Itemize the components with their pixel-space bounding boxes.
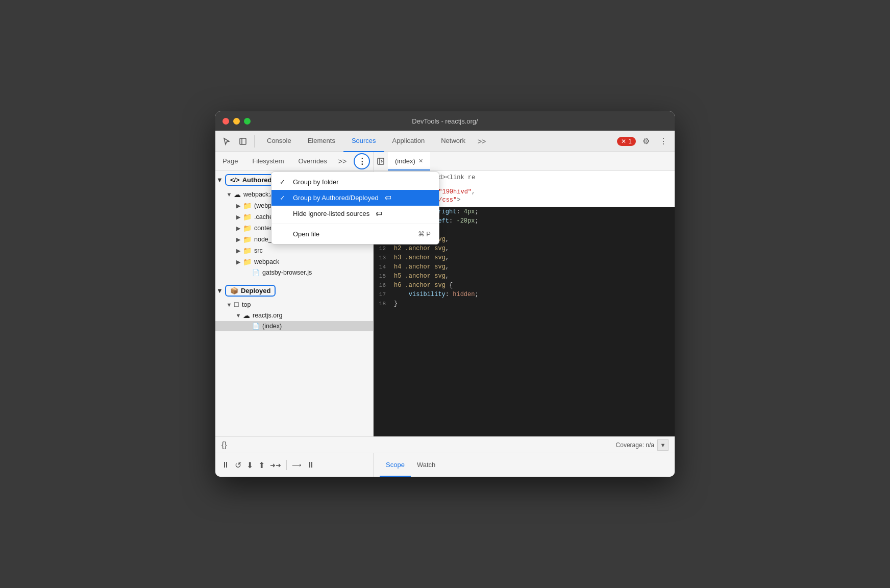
error-x-icon: ✕ — [621, 138, 626, 145]
tab-sources[interactable]: Sources — [343, 131, 384, 152]
editor-header: (index) ✕ — [374, 152, 675, 170]
check-icon-1: ✓ — [280, 178, 289, 186]
coverage-download-button[interactable]: ▼ — [657, 439, 669, 451]
svg-rect-2 — [378, 158, 384, 164]
authored-label-outlined: </> Authored — [225, 174, 277, 186]
settings-icon[interactable]: ⚙ — [639, 134, 653, 149]
folder-icon-cache: 📁 — [243, 213, 252, 221]
authored-text: Authored — [242, 176, 272, 184]
webpack-item[interactable]: ▶ 📁 webpack — [215, 256, 373, 267]
pause-exceptions-button[interactable]: ⏸ — [307, 460, 315, 470]
cursor-icon[interactable] — [219, 134, 234, 149]
box-icon: 📦 — [230, 287, 238, 295]
dropdown-open-file[interactable]: Open file ⌘ P — [271, 226, 439, 242]
folder-icon-webpack: 📁 — [243, 258, 252, 266]
error-count: 1 — [628, 138, 632, 145]
warning-icon-1: 🏷 — [385, 194, 391, 202]
sub-toolbar: Page Filesystem Overrides >> ⋮ ✓ Group b… — [215, 152, 374, 170]
close-button[interactable] — [222, 118, 229, 125]
code-line-12: 12 h2 .anchor svg, — [374, 244, 675, 253]
reactjs-org-item[interactable]: ▼ ☁ reactjs.org — [215, 310, 373, 321]
dropdown-group-authored-label: Group by Authored/Deployed — [293, 194, 379, 202]
folder-icon-src: 📁 — [243, 247, 252, 255]
format-button[interactable]: {} — [221, 440, 227, 450]
pause-button[interactable]: ⏸ — [221, 460, 230, 470]
cache-label: .cache — [254, 213, 273, 220]
tab-application[interactable]: Application — [384, 131, 433, 152]
open-file-shortcut: ⌘ P — [418, 230, 431, 238]
top-toolbar: Console Elements Sources Application Net… — [215, 131, 675, 152]
editor-tab-close[interactable]: ✕ — [418, 158, 423, 164]
more-tabs-button[interactable]: >> — [474, 137, 490, 145]
dropdown-separator — [271, 224, 439, 224]
step-over-button[interactable]: ⬇ — [246, 460, 253, 470]
panel-icon[interactable] — [236, 134, 250, 149]
code-tag-icon: </> — [230, 176, 240, 184]
dropdown-hide-ignore-label: Hide ignore-listed sources — [293, 210, 369, 217]
sub-more-tabs[interactable]: >> — [334, 157, 351, 165]
svg-rect-0 — [240, 138, 246, 144]
arrow-cache: ▶ — [234, 214, 243, 220]
error-badge[interactable]: ✕ 1 — [617, 137, 636, 146]
top-label: top — [242, 301, 251, 308]
collapse-panel-button[interactable] — [374, 154, 388, 168]
toolbar-right: ✕ 1 ⚙ ⋮ — [617, 134, 671, 149]
editor-tab-label: (index) — [395, 157, 415, 165]
tab-network[interactable]: Network — [433, 131, 474, 152]
folder-icon-content: 📁 — [243, 224, 252, 232]
arrow-src: ▶ — [234, 248, 243, 254]
minimize-button[interactable] — [233, 118, 240, 125]
scope-tabs-area: Scope Watch — [374, 453, 675, 477]
three-dots-container: ⋮ ✓ Group by folder ✓ Group by Authored/… — [354, 153, 373, 169]
deployed-text: Deployed — [241, 287, 271, 295]
maximize-button[interactable] — [244, 118, 251, 125]
coverage-label: Coverage: n/a — [616, 442, 654, 449]
dropdown-group-authored[interactable]: ✓ Group by Authored/Deployed 🏷 — [271, 190, 439, 206]
sub-tab-overrides[interactable]: Overrides — [291, 152, 334, 170]
dropdown-menu: ✓ Group by folder ✓ Group by Authored/De… — [271, 172, 439, 244]
gatsby-label: gatsby-browser.js — [262, 269, 312, 276]
deactivate-button[interactable]: ⟶ — [292, 461, 302, 469]
src-label: src — [254, 247, 263, 254]
scope-tab-watch[interactable]: Watch — [411, 453, 441, 477]
code-line-15: 15 h5 .anchor svg, — [374, 272, 675, 281]
debug-toolbar: ⏸ ↺ ⬇ ⬆ ➜➜ ⟶ ⏸ — [215, 453, 374, 477]
arrow-webpack: ▼ — [225, 191, 234, 198]
traffic-lights — [222, 118, 251, 125]
three-dots-button[interactable]: ⋮ — [354, 153, 370, 169]
deployed-section-header[interactable]: ▼ 📦 Deployed — [215, 282, 373, 300]
folder-icon-buildin: 📁 — [243, 202, 252, 210]
toolbar-separator — [254, 135, 255, 148]
sub-tab-filesystem[interactable]: Filesystem — [245, 152, 291, 170]
scope-tab-scope[interactable]: Scope — [380, 453, 411, 477]
sub-toolbar-row: Page Filesystem Overrides >> ⋮ ✓ Group b… — [215, 152, 675, 171]
triangle-icon-deployed: ▼ — [216, 287, 223, 295]
step-into-button[interactable]: ⬆ — [258, 460, 265, 470]
check-icon-2: ✓ — [280, 194, 289, 202]
top-item[interactable]: ▼ ☐ top — [215, 300, 373, 310]
file-icon-index: 📄 — [252, 323, 260, 330]
cloud-icon-webpack: ☁ — [234, 190, 241, 199]
arrow-reactjs-org: ▼ — [234, 312, 243, 318]
bottom-area: ⏸ ↺ ⬇ ⬆ ➜➜ ⟶ ⏸ Scope Watch — [215, 453, 675, 477]
src-item[interactable]: ▶ 📁 src — [215, 245, 373, 256]
gatsby-browser-item[interactable]: 📄 gatsby-browser.js — [215, 267, 373, 278]
editor-tab-index[interactable]: (index) ✕ — [388, 152, 430, 170]
reactjs-org-label: reactjs.org — [253, 312, 282, 319]
dropdown-group-folder[interactable]: ✓ Group by folder — [271, 174, 439, 190]
more-options-icon[interactable]: ⋮ — [656, 134, 671, 149]
file-icon-gatsby: 📄 — [252, 269, 260, 276]
tab-elements[interactable]: Elements — [300, 131, 343, 152]
tab-console[interactable]: Console — [259, 131, 300, 152]
webpack-label: webpack:// — [243, 191, 274, 198]
code-line-18: 18 } — [374, 299, 675, 308]
download-icon: ▼ — [660, 442, 666, 448]
index-label: (index) — [262, 323, 282, 330]
index-file-item[interactable]: 📄 (index) — [215, 321, 373, 331]
dropdown-hide-ignore[interactable]: Hide ignore-listed sources 🏷 — [271, 206, 439, 222]
step-out-button[interactable]: ➜➜ — [270, 461, 281, 469]
sub-tab-page[interactable]: Page — [215, 152, 245, 170]
triangle-icon-authored: ▼ — [216, 176, 223, 184]
resume-button[interactable]: ↺ — [235, 460, 241, 470]
deployed-label-outlined: 📦 Deployed — [225, 285, 276, 297]
